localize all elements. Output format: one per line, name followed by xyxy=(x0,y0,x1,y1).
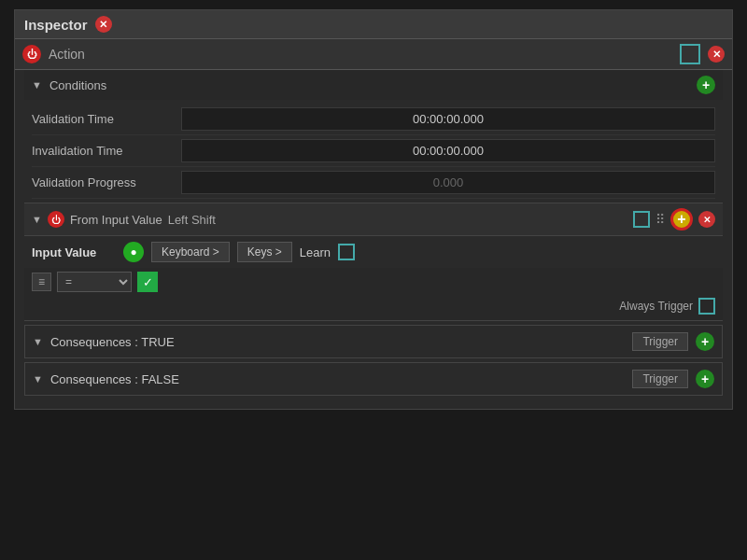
tab-header: Inspector ✕ xyxy=(15,10,732,39)
dots-icon[interactable]: ⠿ xyxy=(655,212,665,227)
validation-progress-label: Validation Progress xyxy=(32,175,181,189)
consequences-false-section: ▼ Consequences : FALSE Trigger + xyxy=(24,362,723,396)
action-close-button[interactable]: ✕ xyxy=(708,46,725,63)
consequences-false-header[interactable]: ▼ Consequences : FALSE Trigger + xyxy=(25,363,722,395)
always-trigger-label: Always Trigger xyxy=(619,300,693,313)
input-condition-chevron-icon: ▼ xyxy=(32,214,42,225)
conditions-section: ▼ Conditions + Validation Time 00:00:00.… xyxy=(24,70,723,321)
keys-button[interactable]: Keys > xyxy=(237,242,292,262)
consequences-true-chevron-icon: ▼ xyxy=(33,336,43,347)
green-record-icon[interactable]: ● xyxy=(123,242,144,262)
conditions-add-button[interactable]: + xyxy=(697,76,715,94)
consequences-false-trigger-badge: Trigger xyxy=(632,370,688,388)
equals-row: ≡ = != > < ✓ xyxy=(24,268,723,296)
invalidation-time-value[interactable]: 00:00:00.000 xyxy=(181,139,715,162)
confirm-button[interactable]: ✓ xyxy=(137,272,158,292)
input-value-row: Input Value ● Keyboard > Keys > Learn xyxy=(24,236,723,268)
validation-progress-value[interactable]: 0.000 xyxy=(181,171,715,194)
consequences-false-add-button[interactable]: + xyxy=(696,370,714,388)
conditions-section-header[interactable]: ▼ Conditions + xyxy=(24,70,723,100)
validation-time-label: Validation Time xyxy=(32,112,181,126)
input-condition-value: Left Shift xyxy=(168,213,627,227)
conditions-fields: Validation Time 00:00:00.000 Invalidatio… xyxy=(24,100,723,203)
action-label: Action xyxy=(49,47,672,62)
consequences-false-title: Consequences : FALSE xyxy=(50,372,179,386)
consequences-true-title: Consequences : TRUE xyxy=(50,335,175,349)
always-trigger-row: Always Trigger xyxy=(24,296,723,320)
action-row: ⏻ Action ✕ xyxy=(15,39,732,70)
input-condition-close-button[interactable]: ✕ xyxy=(698,211,715,228)
power-icon[interactable]: ⏻ xyxy=(22,45,41,63)
input-condition-teal-button[interactable] xyxy=(633,211,650,228)
invalidation-time-label: Invalidation Time xyxy=(32,144,181,158)
operator-select[interactable]: = != > < xyxy=(57,272,132,292)
equals-icon[interactable]: ≡ xyxy=(32,273,51,291)
input-condition-title: From Input Value xyxy=(70,213,162,227)
tab-title: Inspector xyxy=(24,17,88,33)
tab-close-button[interactable]: ✕ xyxy=(95,16,112,33)
consequences-true-section: ▼ Consequences : TRUE Trigger + xyxy=(24,325,723,358)
input-condition-section: ▼ ⏻ From Input Value Left Shift ⠿ + ✕ In… xyxy=(24,203,723,320)
consequences-true-trigger-badge: Trigger xyxy=(632,332,688,351)
action-teal-button[interactable] xyxy=(680,44,700,64)
learn-button[interactable]: Learn xyxy=(300,245,331,259)
table-row: Validation Time 00:00:00.000 xyxy=(32,104,715,135)
input-condition-add-button[interactable]: + xyxy=(670,208,693,231)
input-power-icon[interactable]: ⏻ xyxy=(48,211,64,228)
input-condition-header: ▼ ⏻ From Input Value Left Shift ⠿ + ✕ xyxy=(24,203,723,236)
conditions-title: Conditions xyxy=(49,78,689,92)
learn-checkbox[interactable] xyxy=(338,244,355,260)
table-row: Validation Progress 0.000 xyxy=(32,167,715,199)
conditions-chevron-icon: ▼ xyxy=(32,79,42,91)
consequences-true-header[interactable]: ▼ Consequences : TRUE Trigger + xyxy=(25,326,722,357)
validation-time-value[interactable]: 00:00:00.000 xyxy=(181,107,715,131)
keyboard-button[interactable]: Keyboard > xyxy=(151,242,230,262)
consequences-false-chevron-icon: ▼ xyxy=(33,373,43,385)
input-value-label: Input Value xyxy=(32,245,116,259)
table-row: Invalidation Time 00:00:00.000 xyxy=(32,135,715,167)
always-trigger-checkbox[interactable] xyxy=(698,298,715,315)
consequences-true-add-button[interactable]: + xyxy=(696,332,714,351)
